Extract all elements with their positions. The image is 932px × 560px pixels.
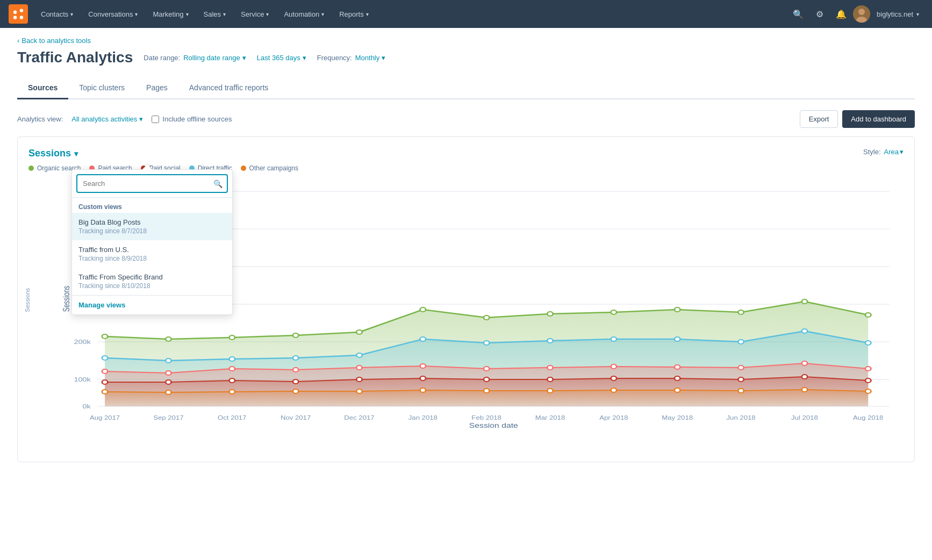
svg-point-70: [865, 367, 871, 371]
chevron-left-icon: ‹: [17, 37, 19, 45]
svg-point-34: [229, 335, 235, 340]
svg-point-48: [293, 356, 299, 360]
svg-point-69: [802, 361, 808, 365]
offline-check: Include offline sources: [152, 115, 232, 123]
metric-selector[interactable]: Sessions ▾: [28, 148, 298, 159]
dropdown-item-0[interactable]: Big Data Blog Posts Tracking since 8/7/2…: [72, 213, 232, 240]
custom-views-header: Custom views: [72, 198, 232, 213]
chevron-down-icon: ▾: [70, 11, 73, 17]
breadcrumb[interactable]: ‹ Back to analytics tools: [17, 37, 915, 45]
svg-text:Mar 2018: Mar 2018: [535, 415, 565, 421]
svg-point-51: [484, 341, 490, 345]
svg-point-73: [229, 378, 235, 383]
svg-text:Sessions: Sessions: [62, 286, 71, 312]
manage-views-link[interactable]: Manage views: [72, 295, 232, 314]
svg-text:Dec 2017: Dec 2017: [344, 415, 374, 421]
svg-point-82: [802, 375, 808, 379]
svg-point-42: [738, 310, 744, 314]
chevron-down-icon: ▾: [382, 54, 385, 62]
frequency-group: Frequency: Monthly ▾: [317, 54, 386, 62]
svg-point-74: [293, 379, 299, 384]
svg-point-90: [484, 389, 490, 393]
date-range-button[interactable]: Rolling date range ▾: [183, 54, 246, 62]
dropdown-arrow: [142, 164, 153, 170]
svg-text:Feb 2018: Feb 2018: [471, 415, 501, 421]
nav-marketing[interactable]: Marketing ▾: [146, 0, 195, 28]
svg-point-54: [675, 337, 680, 341]
analytics-view-dropdown: 🔍 Custom views Big Data Blog Posts Track…: [71, 169, 233, 315]
date-period-button[interactable]: Last 365 days ▾: [257, 54, 306, 62]
svg-point-96: [865, 389, 871, 393]
tab-pages[interactable]: Pages: [135, 77, 178, 98]
svg-point-40: [611, 310, 617, 314]
frequency-button[interactable]: Monthly ▾: [355, 54, 386, 62]
svg-text:May 2018: May 2018: [662, 415, 693, 421]
svg-text:Apr 2018: Apr 2018: [599, 415, 628, 421]
toolbar-right: Export Add to dashboard: [800, 110, 915, 128]
user-menu[interactable]: biglytics.net ▾: [872, 10, 923, 18]
chart-container: Sessions ▾ Organic search Paid search Pa…: [17, 137, 915, 462]
svg-point-88: [356, 389, 362, 393]
bell-icon[interactable]: 🔔: [831, 4, 851, 24]
export-button[interactable]: Export: [800, 110, 838, 128]
offline-checkbox[interactable]: [152, 116, 159, 123]
search-input[interactable]: [76, 174, 228, 193]
svg-point-52: [547, 339, 553, 343]
svg-text:Jul 2018: Jul 2018: [791, 415, 818, 421]
chevron-down-icon: ▾: [321, 11, 324, 17]
chart-header: Sessions ▾ Organic search Paid search Pa…: [28, 148, 904, 172]
chevron-down-icon: ▾: [139, 115, 143, 123]
svg-point-53: [611, 337, 617, 341]
nav-sales[interactable]: Sales ▾: [197, 0, 233, 28]
analytics-view-button[interactable]: All analytics activities ▾: [71, 115, 143, 123]
nav-right: 🔍 ⚙ 🔔 biglytics.net ▾: [788, 4, 923, 24]
tab-advanced[interactable]: Advanced traffic reports: [178, 77, 279, 98]
svg-point-58: [102, 369, 108, 374]
nav-reports[interactable]: Reports ▾: [333, 0, 375, 28]
svg-point-76: [420, 376, 426, 380]
add-to-dashboard-button[interactable]: Add to dashboard: [842, 110, 915, 128]
svg-point-93: [675, 388, 680, 392]
nav-service[interactable]: Service ▾: [234, 0, 275, 28]
svg-point-94: [738, 389, 744, 393]
chevron-down-icon: ▾: [242, 54, 246, 62]
svg-text:Aug 2017: Aug 2017: [90, 415, 120, 421]
svg-point-36: [356, 330, 362, 334]
style-button[interactable]: Area ▾: [884, 148, 904, 156]
gear-icon[interactable]: ⚙: [810, 4, 829, 24]
svg-text:200k: 200k: [74, 339, 91, 346]
svg-point-60: [229, 367, 235, 371]
dropdown-item-2[interactable]: Traffic From Specific Brand Tracking sin…: [72, 268, 232, 295]
svg-point-49: [356, 353, 362, 357]
page-header: Traffic Analytics Date range: Rolling da…: [17, 49, 915, 66]
svg-text:Session date: Session date: [469, 422, 518, 428]
hubspot-logo[interactable]: [9, 4, 28, 24]
svg-point-61: [293, 368, 299, 372]
tab-sources[interactable]: Sources: [17, 77, 68, 98]
y-axis-label: Sessions: [24, 288, 31, 312]
search-icon[interactable]: 🔍: [788, 4, 808, 24]
svg-point-92: [611, 388, 617, 392]
avatar[interactable]: [853, 5, 870, 23]
svg-point-33: [166, 337, 171, 341]
svg-text:Sep 2017: Sep 2017: [153, 415, 183, 421]
svg-point-79: [611, 376, 617, 380]
chevron-down-icon: ▾: [916, 11, 919, 17]
svg-point-89: [420, 388, 426, 392]
svg-text:100k: 100k: [74, 376, 91, 383]
other-dot: [241, 166, 246, 171]
chevron-down-icon: ▾: [135, 11, 138, 17]
page-title: Traffic Analytics: [17, 49, 133, 66]
svg-point-57: [865, 341, 871, 345]
nav-conversations[interactable]: Conversations ▾: [82, 0, 144, 28]
nav-automation[interactable]: Automation ▾: [277, 0, 331, 28]
dropdown-item-1[interactable]: Traffic from U.S. Tracking since 8/9/201…: [72, 240, 232, 268]
svg-text:Oct 2017: Oct 2017: [218, 415, 246, 421]
svg-point-87: [293, 389, 299, 393]
tab-topic-clusters[interactable]: Topic clusters: [68, 77, 135, 98]
svg-text:0k: 0k: [82, 403, 91, 410]
nav-contacts[interactable]: Contacts ▾: [34, 0, 80, 28]
svg-point-84: [102, 390, 108, 394]
dropdown-scroll[interactable]: Custom views Big Data Blog Posts Trackin…: [72, 198, 232, 295]
organic-dot: [28, 166, 34, 171]
